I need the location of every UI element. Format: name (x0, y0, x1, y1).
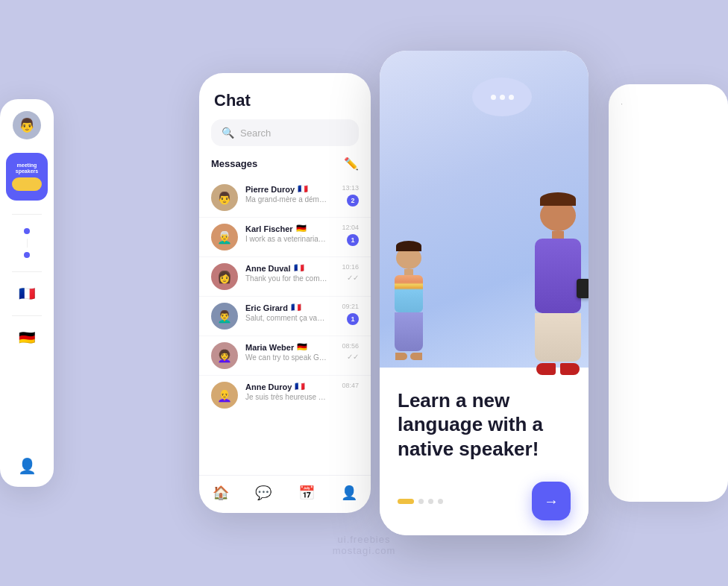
dot-1 (24, 228, 30, 234)
msg-text: Ma grand-mère a déménagé au Royaume-Uni,… (245, 195, 327, 204)
messages-label: Messages (211, 158, 257, 169)
msg-text: We can try to speak German. How do you l… (245, 353, 327, 362)
scene: 👨 meetingspeakers 🇫🇷 🇩🇪 👤 Chat 🔍 Search … (0, 0, 728, 586)
divider-2 (12, 271, 42, 272)
msg-meta-anne-r: 08:47 (342, 382, 359, 389)
msg-content-anne-r: Anne Duroy 🇫🇷 Je suis très heureuse de f… (245, 382, 334, 401)
msg-name-row: Karl Fischer 🇩🇪 (245, 224, 334, 233)
watermark-line2: mostagi.com (333, 545, 396, 556)
message-item[interactable]: 👩‍🦲 Anne Duroy 🇫🇷 Je suis très heureuse … (199, 376, 371, 415)
msg-meta-pierre: 13:13 2 (342, 184, 359, 207)
vline (27, 239, 28, 248)
msg-flag: 🇫🇷 (298, 184, 308, 194)
msg-name-row: Eric Girard 🇫🇷 (245, 303, 334, 312)
figure-left (395, 241, 423, 360)
sidebar-card: meetingspeakers (6, 153, 48, 201)
phone-chat: Chat 🔍 Search Messages ✏️ 👨 Pierre Duroy… (199, 73, 371, 513)
msg-badge: 1 (347, 313, 359, 325)
avatar-anne-r: 👩‍🦲 (211, 382, 238, 409)
avatar-karl: 👨‍🦳 (211, 224, 238, 251)
msg-meta-anne-d: 10:16 ✓✓ (342, 263, 359, 282)
message-item[interactable]: 👨 Pierre Duroy 🇫🇷 Ma grand-mère a déména… (199, 178, 371, 218)
msg-time: 08:47 (342, 382, 359, 389)
search-placeholder: Search (240, 127, 271, 139)
dot-inactive-4 (438, 499, 443, 504)
flag-de-left: 🇩🇪 (19, 330, 35, 346)
dot-active-1 (398, 499, 414, 504)
onboard-title: Learn a new language with a native speak… (398, 388, 571, 461)
divider-1 (12, 214, 42, 215)
dot-2 (24, 252, 30, 258)
phone-left-partial: 👨 meetingspeakers 🇫🇷 🇩🇪 👤 (0, 99, 54, 487)
onboard-footer: → (398, 482, 571, 520)
phone-center: Learn a new language with a native speak… (380, 51, 589, 535)
bubble-dot-3 (509, 95, 514, 100)
nav-chat-icon[interactable]: 💬 (255, 485, 272, 501)
avatar-eric: 👨‍🦱 (211, 303, 238, 330)
msg-name: Anne Duroy (245, 382, 292, 391)
msg-name: Eric Girard (245, 303, 288, 312)
right-partial-content: · (609, 84, 728, 123)
msg-name: Maria Weber (245, 343, 294, 352)
msg-name-row: Maria Weber 🇩🇪 (245, 342, 334, 352)
progress-dots (398, 499, 443, 504)
msg-badge: 2 (347, 195, 359, 207)
character-right (535, 192, 581, 375)
msg-time: 08:56 (342, 342, 359, 350)
flag-fr-left: 🇫🇷 (19, 286, 35, 302)
avatar-left: 👨 (13, 111, 41, 139)
message-item[interactable]: 👨‍🦳 Karl Fischer 🇩🇪 I work as a veterina… (199, 218, 371, 257)
messages-header: Messages ✏️ (199, 157, 371, 178)
nav-calendar-icon[interactable]: 📅 (298, 485, 315, 501)
message-list: 👨 Pierre Duroy 🇫🇷 Ma grand-mère a déména… (199, 178, 371, 475)
avatar-maria: 👩‍🦱 (211, 342, 238, 369)
msg-content-anne-d: Anne Duval 🇫🇷 Thank you for the complime… (245, 263, 334, 283)
search-bar[interactable]: 🔍 Search (211, 119, 359, 146)
message-item[interactable]: 👩 Anne Duval 🇫🇷 Thank you for the compli… (199, 257, 371, 297)
msg-meta-karl: 12:04 1 (342, 224, 359, 246)
message-item[interactable]: 👨‍🦱 Eric Girard 🇫🇷 Salut, comment ça va?… (199, 297, 371, 336)
msg-flag: 🇫🇷 (291, 303, 301, 312)
msg-flag: 🇩🇪 (297, 342, 307, 352)
message-item[interactable]: 👩‍🦱 Maria Weber 🇩🇪 We can try to speak G… (199, 336, 371, 376)
msg-meta-maria: 08:56 ✓✓ (342, 342, 359, 361)
chat-nav: 🏠 💬 📅 👤 (199, 475, 371, 513)
nav-home-icon[interactable]: 🏠 (213, 485, 229, 501)
divider-3 (12, 315, 42, 316)
watermark-line1: ui.freebies (333, 534, 396, 545)
avatar-pierre: 👨 (211, 184, 238, 211)
onboard-illustration (380, 51, 589, 368)
msg-content-pierre: Pierre Duroy 🇫🇷 Ma grand-mère a déménagé… (245, 184, 334, 204)
msg-name-row: Anne Duval 🇫🇷 (245, 263, 334, 273)
dot-inactive-2 (418, 499, 424, 504)
msg-content-karl: Karl Fischer 🇩🇪 I work as a veterinarian… (245, 224, 334, 243)
msg-name-row: Anne Duroy 🇫🇷 (245, 382, 334, 391)
msg-time: 13:13 (342, 184, 359, 192)
msg-time: 09:21 (342, 303, 359, 310)
speech-bubble (472, 78, 532, 116)
msg-badge: 1 (347, 234, 359, 246)
figure-right (535, 192, 581, 375)
msg-name: Anne Duval (245, 264, 291, 273)
next-button[interactable]: → (532, 482, 571, 520)
msg-flag: 🇩🇪 (296, 224, 307, 233)
nav-person-icon[interactable]: 👤 (341, 485, 357, 501)
msg-content-maria: Maria Weber 🇩🇪 We can try to speak Germa… (245, 342, 334, 362)
phone-right-partial: · (609, 84, 728, 502)
msg-meta-eric: 09:21 1 (342, 303, 359, 325)
msg-time: 12:04 (342, 224, 359, 231)
onboard-bottom: Learn a new language with a native speak… (380, 368, 589, 536)
msg-name-row: Pierre Duroy 🇫🇷 (245, 184, 334, 194)
compose-icon[interactable]: ✏️ (344, 157, 359, 171)
msg-flag: 🇫🇷 (295, 382, 305, 391)
character-left (395, 241, 423, 360)
msg-text: Thank you for the compliment! I am very … (245, 274, 327, 283)
avatar-anne-d: 👩 (211, 263, 238, 290)
next-arrow-icon: → (544, 493, 559, 510)
msg-name: Pierre Duroy (245, 185, 295, 194)
msg-content-eric: Eric Girard 🇫🇷 Salut, comment ça va? Tu … (245, 303, 334, 322)
msg-text: Salut, comment ça va? Tu n'étais pas à P… (245, 314, 327, 322)
chat-title: Chat (199, 73, 371, 119)
bubble-dot-1 (491, 95, 496, 100)
msg-check: ✓✓ (347, 353, 359, 361)
